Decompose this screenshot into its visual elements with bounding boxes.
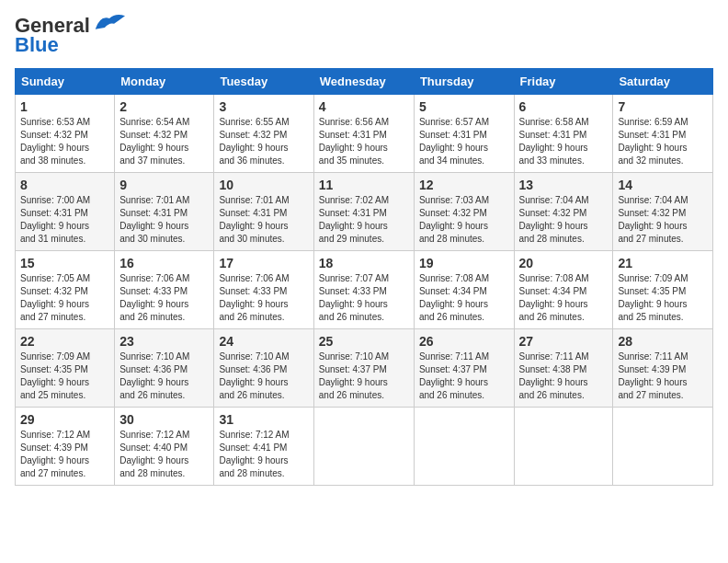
day-info: Sunrise: 6:58 AMSunset: 4:31 PMDaylight:… bbox=[519, 116, 609, 167]
day-number: 30 bbox=[119, 412, 209, 427]
day-number: 1 bbox=[20, 99, 109, 114]
day-cell: 20Sunrise: 7:08 AMSunset: 4:34 PMDayligh… bbox=[514, 251, 613, 329]
day-cell: 11Sunrise: 7:02 AMSunset: 4:31 PMDayligh… bbox=[313, 173, 414, 251]
day-info: Sunrise: 6:56 AMSunset: 4:31 PMDaylight:… bbox=[319, 116, 409, 167]
day-number: 29 bbox=[20, 412, 109, 427]
column-header-saturday: Saturday bbox=[613, 69, 713, 95]
day-info: Sunrise: 6:54 AMSunset: 4:32 PMDaylight:… bbox=[119, 116, 209, 167]
day-number: 31 bbox=[219, 412, 308, 427]
day-number: 9 bbox=[119, 178, 209, 192]
day-number: 15 bbox=[20, 256, 109, 270]
day-info: Sunrise: 7:11 AMSunset: 4:37 PMDaylight:… bbox=[419, 350, 509, 402]
day-cell: 17Sunrise: 7:06 AMSunset: 4:33 PMDayligh… bbox=[214, 251, 313, 329]
day-cell: 4Sunrise: 6:56 AMSunset: 4:31 PMDaylight… bbox=[313, 95, 414, 173]
day-info: Sunrise: 7:12 AMSunset: 4:41 PMDaylight:… bbox=[219, 429, 308, 480]
day-cell: 14Sunrise: 7:04 AMSunset: 4:32 PMDayligh… bbox=[613, 173, 713, 251]
day-number: 17 bbox=[219, 256, 308, 270]
day-cell: 29Sunrise: 7:12 AMSunset: 4:39 PMDayligh… bbox=[16, 408, 115, 486]
day-info: Sunrise: 7:00 AMSunset: 4:31 PMDaylight:… bbox=[20, 194, 109, 246]
day-info: Sunrise: 6:55 AMSunset: 4:32 PMDaylight:… bbox=[219, 116, 308, 167]
day-number: 14 bbox=[618, 178, 708, 192]
day-cell: 12Sunrise: 7:03 AMSunset: 4:32 PMDayligh… bbox=[414, 173, 514, 251]
logo-blue-text: Blue bbox=[15, 33, 59, 57]
day-number: 26 bbox=[419, 334, 509, 349]
day-number: 7 bbox=[618, 99, 708, 114]
week-row-3: 15Sunrise: 7:05 AMSunset: 4:32 PMDayligh… bbox=[16, 251, 713, 329]
week-row-5: 29Sunrise: 7:12 AMSunset: 4:39 PMDayligh… bbox=[16, 408, 713, 486]
day-info: Sunrise: 7:04 AMSunset: 4:32 PMDaylight:… bbox=[519, 194, 609, 246]
day-cell: 10Sunrise: 7:01 AMSunset: 4:31 PMDayligh… bbox=[214, 173, 313, 251]
calendar-table: SundayMondayTuesdayWednesdayThursdayFrid… bbox=[15, 68, 713, 486]
day-cell: 31Sunrise: 7:12 AMSunset: 4:41 PMDayligh… bbox=[214, 408, 313, 486]
day-cell: 26Sunrise: 7:11 AMSunset: 4:37 PMDayligh… bbox=[414, 329, 514, 408]
day-cell: 23Sunrise: 7:10 AMSunset: 4:36 PMDayligh… bbox=[115, 329, 214, 408]
day-info: Sunrise: 7:10 AMSunset: 4:36 PMDaylight:… bbox=[119, 350, 209, 402]
day-info: Sunrise: 7:12 AMSunset: 4:40 PMDaylight:… bbox=[119, 429, 209, 480]
column-header-tuesday: Tuesday bbox=[214, 69, 313, 95]
day-cell: 25Sunrise: 7:10 AMSunset: 4:37 PMDayligh… bbox=[313, 329, 414, 408]
page-header: General Blue bbox=[15, 15, 713, 57]
day-info: Sunrise: 7:10 AMSunset: 4:37 PMDaylight:… bbox=[319, 350, 409, 402]
calendar-header-row: SundayMondayTuesdayWednesdayThursdayFrid… bbox=[16, 69, 713, 95]
week-row-4: 22Sunrise: 7:09 AMSunset: 4:35 PMDayligh… bbox=[16, 329, 713, 408]
column-header-wednesday: Wednesday bbox=[313, 69, 414, 95]
day-number: 21 bbox=[618, 256, 708, 270]
day-cell: 30Sunrise: 7:12 AMSunset: 4:40 PMDayligh… bbox=[115, 408, 214, 486]
day-info: Sunrise: 7:01 AMSunset: 4:31 PMDaylight:… bbox=[219, 194, 308, 246]
day-cell: 27Sunrise: 7:11 AMSunset: 4:38 PMDayligh… bbox=[514, 329, 613, 408]
logo: General Blue bbox=[15, 15, 125, 57]
day-cell: 8Sunrise: 7:00 AMSunset: 4:31 PMDaylight… bbox=[16, 173, 115, 251]
day-info: Sunrise: 7:05 AMSunset: 4:32 PMDaylight:… bbox=[20, 272, 109, 324]
day-cell bbox=[514, 408, 613, 486]
column-header-sunday: Sunday bbox=[16, 69, 115, 95]
day-number: 24 bbox=[219, 334, 308, 349]
week-row-1: 1Sunrise: 6:53 AMSunset: 4:32 PMDaylight… bbox=[16, 95, 713, 173]
day-info: Sunrise: 6:57 AMSunset: 4:31 PMDaylight:… bbox=[419, 116, 509, 167]
day-number: 5 bbox=[419, 99, 509, 114]
day-cell bbox=[313, 408, 414, 486]
day-number: 18 bbox=[319, 256, 409, 270]
day-info: Sunrise: 7:06 AMSunset: 4:33 PMDaylight:… bbox=[219, 272, 308, 324]
day-number: 25 bbox=[319, 334, 409, 349]
day-cell: 21Sunrise: 7:09 AMSunset: 4:35 PMDayligh… bbox=[613, 251, 713, 329]
day-info: Sunrise: 7:09 AMSunset: 4:35 PMDaylight:… bbox=[20, 350, 109, 402]
logo-bird-icon bbox=[94, 11, 125, 35]
day-cell bbox=[613, 408, 713, 486]
day-cell: 18Sunrise: 7:07 AMSunset: 4:33 PMDayligh… bbox=[313, 251, 414, 329]
day-info: Sunrise: 7:04 AMSunset: 4:32 PMDaylight:… bbox=[618, 194, 708, 246]
day-info: Sunrise: 7:10 AMSunset: 4:36 PMDaylight:… bbox=[219, 350, 308, 402]
day-cell: 13Sunrise: 7:04 AMSunset: 4:32 PMDayligh… bbox=[514, 173, 613, 251]
day-number: 23 bbox=[119, 334, 209, 349]
day-cell: 6Sunrise: 6:58 AMSunset: 4:31 PMDaylight… bbox=[514, 95, 613, 173]
day-number: 16 bbox=[119, 256, 209, 270]
day-cell: 2Sunrise: 6:54 AMSunset: 4:32 PMDaylight… bbox=[115, 95, 214, 173]
day-cell: 24Sunrise: 7:10 AMSunset: 4:36 PMDayligh… bbox=[214, 329, 313, 408]
day-number: 11 bbox=[319, 178, 409, 192]
column-header-thursday: Thursday bbox=[414, 69, 514, 95]
day-info: Sunrise: 7:06 AMSunset: 4:33 PMDaylight:… bbox=[119, 272, 209, 324]
day-number: 27 bbox=[519, 334, 609, 349]
day-info: Sunrise: 6:53 AMSunset: 4:32 PMDaylight:… bbox=[20, 116, 109, 167]
day-number: 19 bbox=[419, 256, 509, 270]
day-info: Sunrise: 7:07 AMSunset: 4:33 PMDaylight:… bbox=[319, 272, 409, 324]
day-number: 2 bbox=[119, 99, 209, 114]
day-info: Sunrise: 7:08 AMSunset: 4:34 PMDaylight:… bbox=[419, 272, 509, 324]
day-cell: 7Sunrise: 6:59 AMSunset: 4:31 PMDaylight… bbox=[613, 95, 713, 173]
day-cell: 3Sunrise: 6:55 AMSunset: 4:32 PMDaylight… bbox=[214, 95, 313, 173]
day-number: 12 bbox=[419, 178, 509, 192]
day-number: 10 bbox=[219, 178, 308, 192]
day-cell: 22Sunrise: 7:09 AMSunset: 4:35 PMDayligh… bbox=[16, 329, 115, 408]
day-number: 22 bbox=[20, 334, 109, 349]
column-header-friday: Friday bbox=[514, 69, 613, 95]
day-cell: 5Sunrise: 6:57 AMSunset: 4:31 PMDaylight… bbox=[414, 95, 514, 173]
day-info: Sunrise: 7:11 AMSunset: 4:39 PMDaylight:… bbox=[618, 350, 708, 402]
day-info: Sunrise: 7:08 AMSunset: 4:34 PMDaylight:… bbox=[519, 272, 609, 324]
day-cell bbox=[414, 408, 514, 486]
day-info: Sunrise: 7:11 AMSunset: 4:38 PMDaylight:… bbox=[519, 350, 609, 402]
day-cell: 28Sunrise: 7:11 AMSunset: 4:39 PMDayligh… bbox=[613, 329, 713, 408]
column-header-monday: Monday bbox=[115, 69, 214, 95]
day-number: 13 bbox=[519, 178, 609, 192]
day-number: 20 bbox=[519, 256, 609, 270]
day-number: 28 bbox=[618, 334, 708, 349]
day-info: Sunrise: 7:02 AMSunset: 4:31 PMDaylight:… bbox=[319, 194, 409, 246]
